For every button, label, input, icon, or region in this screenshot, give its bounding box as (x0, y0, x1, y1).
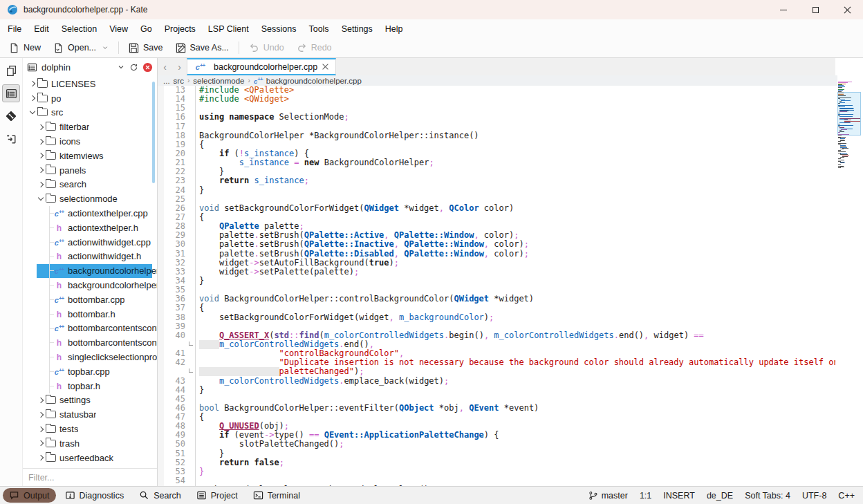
code-line[interactable]: 35 (164, 286, 835, 295)
code-editor[interactable]: 13#include <QPalette>14#include <QWidget… (158, 86, 835, 486)
code-line[interactable]: 48 Q_UNUSED(obj); (164, 422, 835, 431)
maximize-button[interactable] (799, 0, 831, 19)
menu-edit[interactable]: Edit (28, 21, 55, 37)
menu-sessions[interactable]: Sessions (255, 21, 303, 37)
menu-settings[interactable]: Settings (335, 21, 379, 37)
tree-item[interactable]: hactionwithwidget.h (23, 250, 157, 264)
dock-git-button[interactable] (2, 107, 20, 125)
code-line[interactable]: 17 (164, 122, 835, 131)
code-line[interactable]: 26void setBackgroundColorForWidget(QWidg… (164, 204, 835, 213)
code-line[interactable]: 36void BackgroundColorHelper::controlBac… (164, 295, 835, 304)
code-line[interactable]: 51 } (164, 449, 835, 458)
chevron-right-icon[interactable] (37, 413, 45, 417)
refresh-icon[interactable] (129, 63, 138, 72)
status-master[interactable]: master (588, 491, 628, 501)
code-line[interactable]: 43 m_colorControlledWidgets.emplace_back… (164, 377, 835, 386)
tab-backgroundcolorhelper[interactable]: c++ backgroundcolorhelper.cpp (187, 58, 336, 75)
pane-output-button[interactable]: Output (3, 488, 56, 503)
chevron-right-icon[interactable] (28, 96, 37, 100)
breadcrumb-item[interactable]: selectionmode (193, 77, 244, 85)
tree-item[interactable]: trash (23, 436, 157, 451)
code-line[interactable]: 25 (164, 195, 835, 204)
tab-close-icon[interactable] (322, 64, 328, 70)
code-line[interactable]: 23 return s_instance; (164, 176, 835, 185)
code-line[interactable]: 34} (164, 277, 835, 286)
menu-projects[interactable]: Projects (158, 21, 202, 37)
pane-terminal-button[interactable]: Terminal (247, 488, 306, 503)
code-line[interactable]: 33 widget->setPalette(palette); (164, 268, 835, 277)
menu-selection[interactable]: Selection (55, 21, 103, 37)
tree-item[interactable]: htopbar.h (23, 379, 157, 393)
status-1-1[interactable]: 1:1 (640, 491, 651, 501)
tree-item[interactable]: c++actionwithwidget.cpp (23, 235, 157, 250)
save-button[interactable]: Save (122, 40, 169, 56)
menu-view[interactable]: View (103, 21, 134, 37)
code-line[interactable]: 15 (164, 104, 835, 113)
tree-item[interactable]: settings (23, 393, 157, 408)
tree-item[interactable]: kitemviews (23, 149, 157, 163)
menu-help[interactable]: Help (379, 21, 409, 37)
tree-item[interactable]: tests (23, 422, 157, 436)
code-line[interactable]: 40 Q_ASSERT_X(std::find(m_colorControlle… (164, 331, 835, 340)
code-line[interactable]: 54 (164, 476, 835, 485)
code-line[interactable]: 46bool BackgroundColorHelper::eventFilte… (164, 404, 835, 413)
chevron-down-icon[interactable] (28, 111, 37, 113)
menu-lsp-client[interactable]: LSP Client (202, 21, 255, 37)
code-line[interactable]: 37{ (164, 304, 835, 312)
filter-input[interactable]: Filter... (23, 468, 157, 486)
code-line[interactable]: 45 (164, 395, 835, 404)
menu-tools[interactable]: Tools (302, 21, 335, 37)
redo-button[interactable]: Redo (290, 40, 338, 56)
tree-item[interactable]: hbottombarcontentscont... (23, 335, 157, 350)
status-insert[interactable]: INSERT (663, 491, 695, 501)
status-soft-tabs-4[interactable]: Soft Tabs: 4 (745, 491, 790, 501)
tree-item[interactable]: filterbar (23, 120, 157, 134)
tree-item[interactable]: hsingleclickselectionproxy... (23, 350, 157, 364)
code-line[interactable]: paletteChanged"); (164, 367, 835, 376)
chevron-right-icon[interactable] (37, 125, 45, 129)
pane-search-button[interactable]: Search (133, 488, 187, 503)
code-line[interactable]: 14#include <QWidget> (164, 95, 835, 104)
code-line[interactable]: 28 QPalette palette; (164, 222, 835, 231)
minimap-scrollbar[interactable] (837, 58, 863, 486)
pane-diagnostics-button[interactable]: Diagnostics (59, 488, 131, 503)
tree-item[interactable]: c++bottombarcontentscont... (23, 321, 157, 336)
code-line[interactable]: 44} (164, 386, 835, 395)
code-line[interactable]: 27{ (164, 213, 835, 222)
tree-item[interactable]: hbottombar.h (23, 307, 157, 321)
tree-item[interactable]: src (23, 106, 157, 120)
pane-project-button[interactable]: Project (190, 488, 244, 503)
code-line[interactable]: 39 (164, 322, 835, 331)
code-line[interactable]: 24} (164, 186, 835, 195)
code-line[interactable]: 16using namespace SelectionMode; (164, 113, 835, 122)
undo-button[interactable]: Undo (243, 40, 290, 56)
breadcrumb-item[interactable]: backgroundcolorhelper.cpp (266, 77, 362, 85)
tree-item[interactable]: panels (23, 163, 157, 178)
chevron-right-icon[interactable] (37, 441, 45, 445)
tree-item[interactable]: userfeedback (23, 451, 157, 465)
code-line[interactable]: 19{ (164, 140, 835, 149)
chevron-down-icon[interactable] (102, 44, 109, 51)
chevron-right-icon[interactable] (28, 82, 37, 86)
tree-scrollbar[interactable] (152, 82, 155, 183)
open-button[interactable]: Open... (47, 40, 115, 56)
status-c-[interactable]: C++ (838, 491, 855, 501)
tree-item[interactable]: c++bottombar.cpp (23, 292, 157, 307)
chevron-right-icon[interactable] (37, 183, 45, 187)
back-button[interactable]: ‹ (158, 58, 172, 75)
tree-item[interactable]: c++backgroundcolorhelper.c... (23, 263, 157, 278)
tree-item[interactable]: statusbar (23, 407, 157, 422)
code-line[interactable]: 20 if (!s_instance) { (164, 149, 835, 158)
minimap-viewport[interactable] (837, 92, 861, 136)
dock-projects-button[interactable] (2, 84, 20, 102)
code-line[interactable]: 53} (164, 467, 835, 476)
tree-item[interactable]: selectionmode (23, 192, 157, 206)
code-line[interactable]: 32 widget->setAutoFillBackground(true); (164, 259, 835, 268)
code-line[interactable]: 22 } (164, 167, 835, 176)
forward-button[interactable]: › (172, 58, 187, 75)
status-utf-8[interactable]: UTF-8 (802, 491, 826, 501)
tree-item[interactable]: LICENSES (23, 77, 157, 91)
code-line[interactable]: 41 "controlBackgroundColor", (164, 349, 835, 358)
chevron-right-icon[interactable] (37, 456, 45, 460)
code-line[interactable]: 13#include <QPalette> (164, 86, 835, 95)
